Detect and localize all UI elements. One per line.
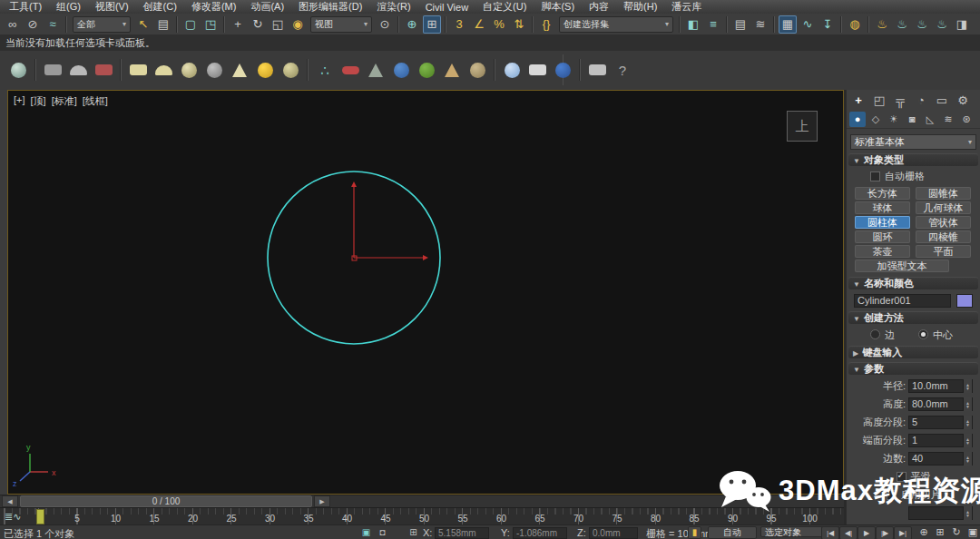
object-type-button-几何球体[interactable]: 几何球体 [916,201,971,214]
current-frame-marker[interactable] [36,509,44,524]
motion-tab[interactable]: ◔ [912,93,930,109]
bind-to-space-warp-icon[interactable]: ≈ [44,15,62,34]
creation-method-option-中心[interactable]: 中心 [918,328,953,342]
rollout-name-color[interactable]: ▼名称和颜色 [848,277,978,289]
viewport-label-part-0[interactable]: [+] [14,94,25,108]
param-field-2[interactable]: 5▲▼ [908,416,973,429]
rollout-creation-method[interactable]: ▼创建方法 [848,311,978,324]
object-type-button-平面[interactable]: 平面 [916,245,971,258]
param-field-0[interactable]: 10.0mm▲▼ [908,379,973,393]
use-pivot-center-icon[interactable]: ⊙ [376,15,394,34]
radio-中心[interactable] [918,329,928,339]
help-icon[interactable]: ? [611,57,634,83]
viewport-label[interactable]: [+][顶][标准][线框] [14,94,108,108]
menu-item-10[interactable]: 脚本(S) [534,0,582,14]
tree-icon[interactable] [364,57,387,83]
primitive-type-dropdown[interactable]: 标准基本体 ▾ [850,134,976,150]
named-selection-sets-dropdown[interactable]: 创建选择集▾ [559,16,673,33]
menu-item-1[interactable]: 组(G) [49,0,88,14]
previous-frame-button[interactable]: ◀| [839,526,858,539]
arrange-elements-icon[interactable]: ◨ [953,15,971,34]
foliage-icon[interactable] [415,57,438,83]
angle-snap-icon[interactable]: ∠ [470,15,488,34]
object-type-button-四棱锥[interactable]: 四棱锥 [916,230,971,243]
menu-item-0[interactable]: 工具(T) [2,0,49,14]
select-object-icon[interactable]: ↖ [134,15,152,34]
select-and-rotate-icon[interactable]: ↻ [249,15,267,34]
object-type-button-长方体[interactable]: 长方体 [855,187,910,200]
menu-item-9[interactable]: 自定义(U) [475,0,534,14]
align-icon[interactable]: ≡ [704,15,722,34]
reference-coordinate-dropdown[interactable]: 视图▾ [310,16,372,33]
pan-icon[interactable]: ⊞ [933,526,947,538]
menu-item-6[interactable]: 图形编辑器(D) [291,0,369,14]
ball-icon[interactable] [279,57,302,83]
select-and-manipulate-icon[interactable]: ⊕ [403,15,421,34]
render-setup-icon[interactable]: ♨ [873,15,891,34]
vray-proxy-icon[interactable] [551,57,574,83]
sphere-icon[interactable] [177,57,201,83]
window-crossing-icon[interactable]: ◳ [201,15,220,34]
material-editor-icon[interactable]: ◍ [846,15,864,34]
param-field-1[interactable]: 80.0mm▲▼ [908,397,973,411]
create-tab[interactable]: + [849,93,867,109]
rollout-keyboard-entry[interactable]: ▶键盘输入 [848,346,978,358]
teapot-icon[interactable] [202,57,226,83]
maximize-viewport-icon[interactable]: ▣ [965,526,980,538]
scene-explorer-icon[interactable]: ▤ [731,15,750,34]
spinner-icon[interactable]: ▲▼ [963,452,972,466]
display-tab[interactable]: ▭ [933,93,951,109]
absolute-mode-icon[interactable]: ⊞ [407,526,420,538]
rectangular-selection-region-icon[interactable]: ▢ [181,15,200,34]
auto-key-button[interactable]: 自动 [708,526,757,539]
rollout-object-type[interactable]: ▼对象类型 [848,153,978,166]
select-by-name-icon[interactable]: ▤ [154,15,172,34]
edit-named-selection-sets-icon[interactable]: {} [537,15,555,34]
plane-icon[interactable] [126,57,150,83]
render-production-icon[interactable]: ♨ [913,15,931,34]
scatter-icon[interactable]: ∴ [313,57,337,83]
viewcube[interactable]: 上 [787,111,818,142]
helpers-category[interactable]: ◺ [922,112,938,127]
object-type-button-茶壶[interactable]: 茶壶 [855,245,910,258]
viewport-label-part-3[interactable]: [线框] [83,94,108,108]
go-to-start-button[interactable]: |◀ [821,526,839,539]
camera-icon[interactable] [41,57,64,83]
lock-selection-icon[interactable]: ◘ [376,526,389,538]
object-color-swatch[interactable] [956,294,973,308]
object-type-button-加强型文本[interactable]: 加强型文本 [855,260,949,272]
select-and-scale-icon[interactable]: ◱ [269,15,287,34]
x-coord-field[interactable]: 5.158mm [435,527,489,539]
orbit-icon[interactable]: ↻ [949,526,964,538]
menu-item-8[interactable]: Civil View [418,2,475,13]
layer-explorer-icon[interactable]: ≋ [751,15,769,34]
keyboard-shortcut-override-icon[interactable]: ⊞ [423,15,441,34]
utilities-tab[interactable]: ⚙ [954,93,972,109]
space-warps-category[interactable]: ≋ [940,112,956,127]
object-type-button-圆环[interactable]: 圆环 [855,230,910,243]
menu-item-11[interactable]: 内容 [582,0,616,14]
isolate-selection-icon[interactable]: ▣ [359,526,373,538]
time-slider-handle[interactable]: 0 / 100 [20,495,312,507]
creation-method-option-边[interactable]: 边 [870,328,895,342]
param-field-3[interactable]: 1▲▼ [908,434,973,447]
viewport-label-part-2[interactable]: [标准] [52,94,77,108]
spinner-icon[interactable]: ▲▼ [963,434,972,447]
moon-icon[interactable] [66,57,90,83]
viewport-top[interactable]: x y z [+][顶][标准][线框] 上 [7,90,844,495]
menu-item-12[interactable]: 帮助(H) [616,0,664,14]
snap-toggle-3d-icon[interactable]: 3 [450,15,468,34]
target-camera-icon[interactable] [92,57,115,83]
menu-item-13[interactable]: 潘云库 [664,0,709,14]
spinner-icon[interactable]: ▲▼ [963,397,972,411]
object-type-button-球体[interactable]: 球体 [855,201,910,214]
systems-category[interactable]: ⊛ [958,112,975,127]
spotlight-icon[interactable] [6,57,30,83]
dome-icon[interactable] [152,57,175,83]
menu-item-4[interactable]: 修改器(M) [184,0,244,14]
zoom-icon[interactable]: ⊕ [916,526,931,538]
rollout-parameters[interactable]: ▼参数 [848,362,978,375]
cone-icon[interactable] [228,57,251,83]
menu-item-5[interactable]: 动画(A) [243,0,291,14]
select-and-place-icon[interactable]: ◉ [289,15,307,34]
